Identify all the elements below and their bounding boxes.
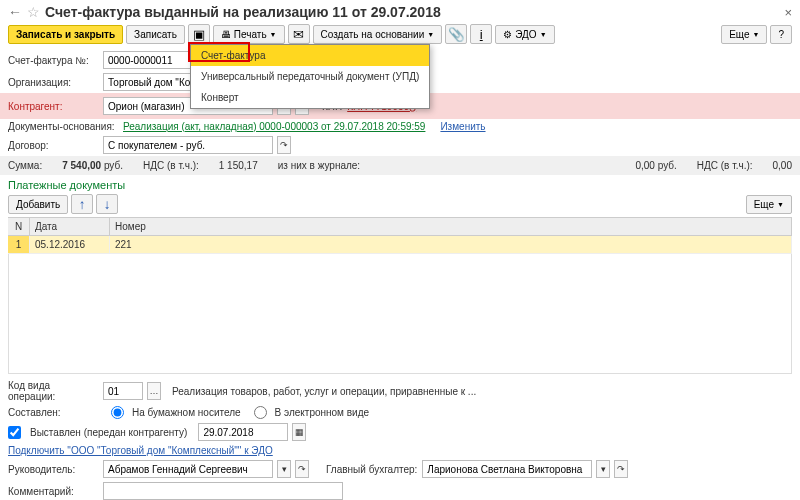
docs-link[interactable]: Реализация (акт, накладная) 0000-000003 … [123,121,425,132]
j2: 0,00 [773,160,792,171]
kod-input[interactable] [103,382,143,400]
head-input[interactable] [103,460,273,478]
grid-empty-area[interactable] [8,254,792,374]
lbl-sfno: Счет-фактура №: [8,55,98,66]
col-number[interactable]: Номер [110,218,792,235]
change-link[interactable]: Изменить [440,121,485,132]
head-select-icon[interactable]: ▾ [277,460,291,478]
lbl-kp: Контрагент: [8,101,98,112]
connect-edo-link[interactable]: Подключить "ООО "Торговый дом "Комплексн… [8,445,273,456]
chief-select-icon[interactable]: ▾ [596,460,610,478]
lbl-contract: Договор: [8,140,98,151]
add-button[interactable]: Добавить [8,195,68,214]
lbl-comment: Комментарий: [8,486,98,497]
contract-input[interactable] [103,136,273,154]
info-icon[interactable]: i [470,24,492,44]
cell-no: 221 [110,236,792,253]
lbl-head: Руководитель: [8,464,98,475]
lbl-nds: НДС (в т.ч.): [143,160,199,171]
dd-item-upd[interactable]: Универсальный передаточный документ (УПД… [191,66,429,87]
lbl-issued: Выставлен (передан контрагенту) [30,427,187,438]
close-icon[interactable]: × [784,5,792,20]
cell-date: 05.12.2016 [30,236,110,253]
more-button[interactable]: Еще ▼ [721,25,767,44]
sum-value: 7 540,00 [62,160,101,171]
dd-item-sf[interactable]: Счет-фактура [191,45,429,66]
comment-input[interactable] [103,482,343,500]
chief-open-icon[interactable]: ↷ [614,460,628,478]
j1: 0,00 [635,160,654,171]
head-open-icon[interactable]: ↷ [295,460,309,478]
lbl-org: Организация: [8,77,98,88]
col-date[interactable]: Дата [30,218,110,235]
move-up-icon[interactable]: ↑ [71,194,93,214]
kod-select-icon[interactable]: … [147,382,161,400]
save-button[interactable]: Записать [126,25,185,44]
create-based-button[interactable]: Создать на основании ▼ [313,25,443,44]
lbl-sum: Сумма: [8,160,42,171]
nds-value: 1 150,17 [219,160,258,171]
edo-button[interactable]: ⚙ ЭДО ▼ [495,25,554,44]
col-n[interactable]: N [8,218,30,235]
print-dropdown: Счет-фактура Универсальный передаточный … [190,44,430,109]
issue-date-picker-icon[interactable]: ▦ [292,423,306,441]
section-pdocs: Платежные документы [0,175,800,191]
issue-date-input[interactable] [198,423,288,441]
chief-input[interactable] [422,460,592,478]
dd-item-envelope[interactable]: Конверт [191,87,429,108]
cell-n: 1 [8,236,30,253]
attach-icon[interactable]: 📎 [445,24,467,44]
move-down-icon[interactable]: ↓ [96,194,118,214]
lbl-chief: Главный бухгалтер: [326,464,417,475]
help-button[interactable]: ? [770,25,792,44]
radio-electronic[interactable] [254,406,267,419]
print-button[interactable]: 🖶 Печать ▼ [213,25,285,44]
contract-open-icon[interactable]: ↷ [277,136,291,154]
lbl-docs: Документы-основания: [8,121,118,132]
grid-more-button[interactable]: Еще ▼ [746,195,792,214]
lbl-journal: из них в журнале: [278,160,360,171]
post-icon[interactable]: ▣ [188,24,210,44]
lbl-compiled: Составлен: [8,407,98,418]
kod-desc: Реализация товаров, работ, услуг и опера… [172,386,476,397]
back-arrow-icon[interactable]: ← [8,4,22,20]
lbl-kod: Код вида операции: [8,380,98,402]
email-icon[interactable]: ✉ [288,24,310,44]
sf-no-input[interactable] [103,51,193,69]
issued-checkbox[interactable] [8,426,21,439]
radio-paper[interactable] [111,406,124,419]
table-row[interactable]: 1 05.12.2016 221 [8,236,792,254]
star-icon[interactable]: ☆ [27,4,40,20]
payments-grid: N Дата Номер 1 05.12.2016 221 [8,217,792,374]
save-close-button[interactable]: Записать и закрыть [8,25,123,44]
page-title: Счет-фактура выданный на реализацию 11 о… [45,4,441,20]
